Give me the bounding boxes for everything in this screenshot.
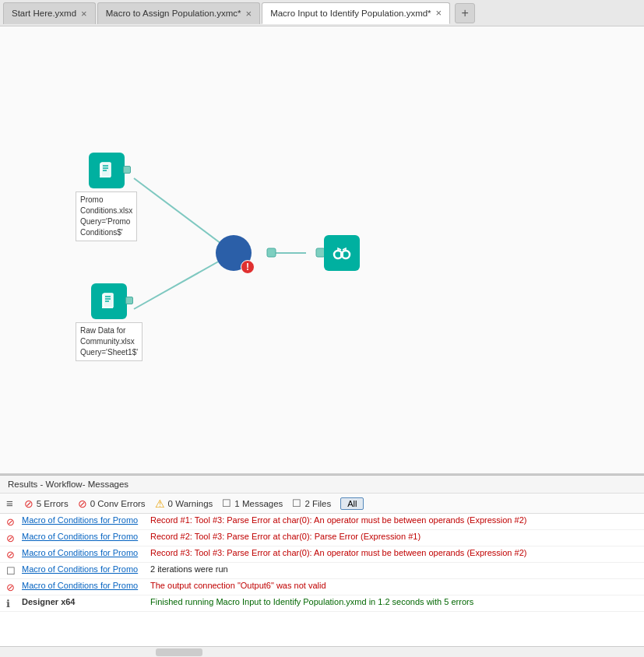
error-badge: !: [241, 260, 255, 274]
row2-icon: ⊘: [6, 549, 19, 560]
row3-source[interactable]: Macro of Conditions for Promo: [22, 564, 150, 574]
add-tab-button[interactable]: +: [455, 3, 475, 23]
tab-assign-population-close[interactable]: ×: [246, 9, 252, 19]
book1-node[interactable]: PromoConditions.xlsxQuery='PromoConditio…: [76, 153, 137, 241]
warning-icon: ⚠: [155, 497, 165, 510]
tab-assign-population-label: Macro to Assign Population.yxmc*: [106, 9, 241, 18]
row4-message: The output connection "Output6" was not …: [150, 581, 638, 590]
result-row: ⊘ Macro of Conditions for Promo Record #…: [0, 530, 644, 546]
results-header-text: Results - Workflow- Messages: [8, 480, 128, 489]
tab-identify-population-label: Macro Input to Identify Population.yxmd*: [270, 9, 431, 18]
tab-bar: Start Here.yxmd × Macro to Assign Popula…: [0, 0, 644, 26]
row4-icon: ⊘: [6, 581, 19, 593]
row3-icon: ☐: [6, 565, 19, 577]
row1-icon: ⊘: [6, 532, 19, 544]
warnings-label: 0 Warnings: [168, 499, 213, 508]
row5-source[interactable]: Designer x64: [22, 597, 150, 606]
book2-right-connector: [125, 297, 133, 304]
row0-source[interactable]: Macro of Conditions for Promo: [22, 515, 150, 525]
book2-label: Raw Data forCommunity.xlsxQuery='Sheet1$…: [76, 322, 143, 361]
errors-label: 5 Errors: [37, 499, 69, 508]
bino-node[interactable]: [324, 235, 360, 271]
all-filter-button[interactable]: All: [340, 497, 364, 510]
result-row: ℹ Designer x64 Finished running Macro In…: [0, 596, 644, 612]
result-row: ⊘ Macro of Conditions for Promo Record #…: [0, 514, 644, 530]
tab-start-here-close[interactable]: ×: [81, 9, 87, 19]
result-row: ☐ Macro of Conditions for Promo 2 iterat…: [0, 563, 644, 579]
messages-count[interactable]: ☐ 1 Messages: [222, 497, 283, 509]
row5-icon: ℹ: [6, 598, 19, 610]
results-toolbar: ≡ ⊘ 5 Errors ⊘ 0 Conv Errors ⚠ 0 Warning…: [0, 494, 644, 514]
book1-icon: [89, 153, 125, 188]
conv-errors-label: 0 Conv Errors: [90, 499, 146, 508]
result-row: ⊘ Macro of Conditions for Promo The outp…: [0, 579, 644, 596]
bottom-scrollbar[interactable]: [0, 646, 644, 657]
book2-icon: [91, 283, 127, 319]
tab-assign-population[interactable]: Macro to Assign Population.yxmc* ×: [97, 2, 260, 24]
messages-label: 1 Messages: [234, 499, 283, 508]
list-icon: ≡: [6, 497, 13, 510]
tab-start-here[interactable]: Start Here.yxmd ×: [3, 2, 96, 24]
results-panel: Results - Workflow- Messages ≡ ⊘ 5 Error…: [0, 475, 644, 646]
row2-message: Record #3: Tool #3: Parse Error at char(…: [150, 548, 638, 557]
results-table: ⊘ Macro of Conditions for Promo Record #…: [0, 514, 644, 646]
row0-icon: ⊘: [6, 516, 19, 528]
book1-right-connector: [123, 166, 131, 174]
files-count[interactable]: ☐ 2 Files: [292, 497, 331, 509]
row1-source[interactable]: Macro of Conditions for Promo: [22, 532, 150, 541]
tab-identify-population-close[interactable]: ×: [436, 8, 442, 18]
row1-message: Record #2: Tool #3: Parse Error at char(…: [150, 532, 638, 541]
conv-error-icon: ⊘: [78, 497, 87, 510]
tab-start-here-label: Start Here.yxmd: [12, 9, 76, 18]
warnings-count[interactable]: ⚠ 0 Warnings: [155, 497, 213, 510]
result-row: ⊘ Macro of Conditions for Promo Record #…: [0, 546, 644, 563]
row4-source[interactable]: Macro of Conditions for Promo: [22, 581, 150, 590]
files-icon: ☐: [292, 497, 301, 509]
add-icon: +: [462, 6, 469, 20]
conv-errors-count[interactable]: ⊘ 0 Conv Errors: [78, 497, 146, 510]
row0-message: Record #1: Tool #3: Parse Error at char(…: [150, 515, 638, 525]
join-node[interactable]: !: [216, 235, 252, 271]
files-label: 2 Files: [304, 499, 331, 508]
connections-svg: [0, 26, 644, 473]
svg-rect-4: [267, 248, 276, 257]
row2-source[interactable]: Macro of Conditions for Promo: [22, 548, 150, 557]
tab-identify-population[interactable]: Macro Input to Identify Population.yxmd*…: [262, 2, 450, 24]
row5-message: Finished running Macro Input to Identify…: [150, 597, 638, 606]
row3-message: 2 iterations were run: [150, 564, 638, 574]
book2-node[interactable]: Raw Data forCommunity.xlsxQuery='Sheet1$…: [76, 283, 143, 361]
results-header: Results - Workflow- Messages: [0, 476, 644, 494]
canvas-area: PromoConditions.xlsxQuery='PromoConditio…: [0, 26, 644, 475]
message-icon: ☐: [222, 497, 231, 509]
errors-count[interactable]: ⊘ 5 Errors: [24, 497, 69, 510]
error-icon: ⊘: [24, 497, 33, 510]
svg-rect-14: [340, 253, 343, 256]
book1-label: PromoConditions.xlsxQuery='PromoConditio…: [76, 191, 137, 241]
